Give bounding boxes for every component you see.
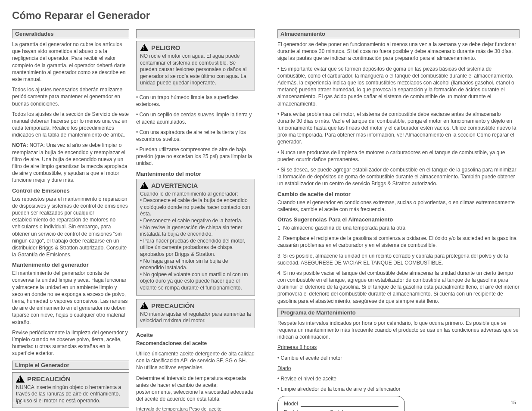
- warning-icon: [140, 182, 149, 189]
- warning-icon: [140, 44, 149, 51]
- column-2: PELIGRO NO rocíe el motor con agua. El a…: [136, 29, 255, 411]
- section-header-limpie: Limpie el Generador: [12, 361, 129, 370]
- oil-table: Intervalo de temperatura Peso del aceite…: [136, 406, 255, 411]
- warning-icon: [140, 302, 149, 309]
- alert-word: PRECAUCIÓN: [151, 302, 195, 309]
- oil-rec-head: Recomendaciones del aceite: [136, 340, 255, 347]
- numbered: 3. Si es posible, almacene la unidad en …: [277, 252, 520, 266]
- bullet: • Con un trapo húmedo limpie las superfi…: [136, 94, 255, 108]
- bullet: • Con un cepillo de cerdas suaves limpie…: [136, 111, 255, 125]
- alert-peligro: PELIGRO NO rocíe el motor con agua. El a…: [136, 41, 255, 90]
- bullet: • Con una aspiradora de aire retire la t…: [136, 129, 255, 143]
- text: El mantenimiento del generador consta de…: [12, 270, 129, 326]
- alert-word: PELIGRO: [151, 44, 180, 51]
- text: Los repuestos para el mantenimiento o re…: [12, 196, 129, 258]
- text: La garantía del generador no cubre los a…: [12, 41, 129, 83]
- alert-text: Cuando le dé mantenimiento al generador:…: [140, 191, 251, 292]
- page-number-right: – 15 –: [507, 400, 520, 405]
- record-label-serial: Serial: [330, 409, 343, 411]
- bullet: • Si se desea, se puede agregar estabili…: [277, 166, 520, 187]
- text-note: NOTA: NOTA: Una vez al año se debe limpi…: [12, 142, 129, 184]
- sched-interval: Primeras 8 horas: [277, 344, 520, 351]
- section-header-generales: Generalidades: [12, 29, 129, 38]
- sched-item: • Cambie el aceite del motor: [277, 355, 520, 361]
- text: Revise periódicamente la limpieza del ge…: [12, 329, 129, 357]
- page-title: Cómo Reparar el Generador: [12, 9, 150, 22]
- alert-text: NO rocíe el motor con agua. El agua pued…: [140, 53, 251, 87]
- bullet: • Nunca use productos de limpieza de mot…: [277, 149, 520, 163]
- subhead-mantenimiento-generador: Mantenimento del generador: [12, 262, 129, 268]
- column-1: Generalidades La garantía del generador …: [12, 29, 129, 411]
- warning-icon: [16, 375, 25, 383]
- text: El generador se debe poner en funcionami…: [277, 41, 520, 62]
- sched-item: • Limpie alrededor de la toma de aire y …: [277, 386, 520, 392]
- footer: – 10 – – 15 –: [12, 400, 520, 405]
- bullet: • Pueden utilizarse compresores de aire …: [136, 146, 255, 167]
- sched-interval: Diario: [277, 365, 520, 372]
- section-header-programa: Programa de Mantenimiento: [277, 308, 520, 317]
- text: Utilice únicamente aceite detergente de …: [136, 350, 255, 371]
- subhead-emisiones: Control de Emisiones: [12, 187, 129, 194]
- subhead-cambio-aceite: Cambio de aceite del motor: [277, 191, 520, 197]
- alert-precaucion-2: PRECAUCIÓN NO intente ajustar el regulad…: [136, 299, 255, 328]
- subhead-mantenimiento-motor: Mantenimento del motor: [136, 171, 255, 177]
- page-number-left: – 10 –: [12, 400, 25, 405]
- section-header-almacenamiento: Almacenamiento: [277, 29, 520, 38]
- text: Determine el intervalo de temperatura es…: [136, 375, 255, 403]
- subhead-otras-sugerencias: Otras Sugerencias Para el Almacenamiento: [277, 216, 520, 223]
- section-header-col2: [136, 29, 255, 38]
- alert-word: PRECAUCIÓN: [27, 375, 71, 383]
- numbered: 1. No almacene gasolina de una temporada…: [277, 224, 520, 231]
- alert-text: NO intente ajustar el regulador para aum…: [140, 311, 251, 324]
- numbered: 2. Reemplace el recipiente de la gasolin…: [277, 235, 520, 249]
- text: Cuando use el generador en condiciones e…: [277, 199, 520, 213]
- column-3: Almacenamiento El generador se debe pone…: [277, 29, 520, 411]
- alert-advertencia: ADVERTENCIA Cuando le dé mantenimiento a…: [136, 179, 255, 296]
- record-label-revision: Revision: [284, 409, 304, 411]
- subhead-aceite: Aceite: [136, 332, 255, 338]
- numbered: 4. Si no es posible vaciar el tanque del…: [277, 270, 520, 305]
- text: Todos los ajustes necesarios deberán rea…: [12, 86, 129, 107]
- alert-word: ADVERTENCIA: [151, 182, 198, 189]
- sched-item: • Revise el nivel de aceite: [277, 375, 520, 382]
- bullet: • Para evitar problemas del motor, el si…: [277, 111, 520, 146]
- text: Respete los intervalos indicados por hor…: [277, 320, 520, 341]
- bullet: • Es importante evitar que se formen dep…: [277, 65, 520, 107]
- text: Todos los ajustes de la sección de Servi…: [12, 111, 129, 139]
